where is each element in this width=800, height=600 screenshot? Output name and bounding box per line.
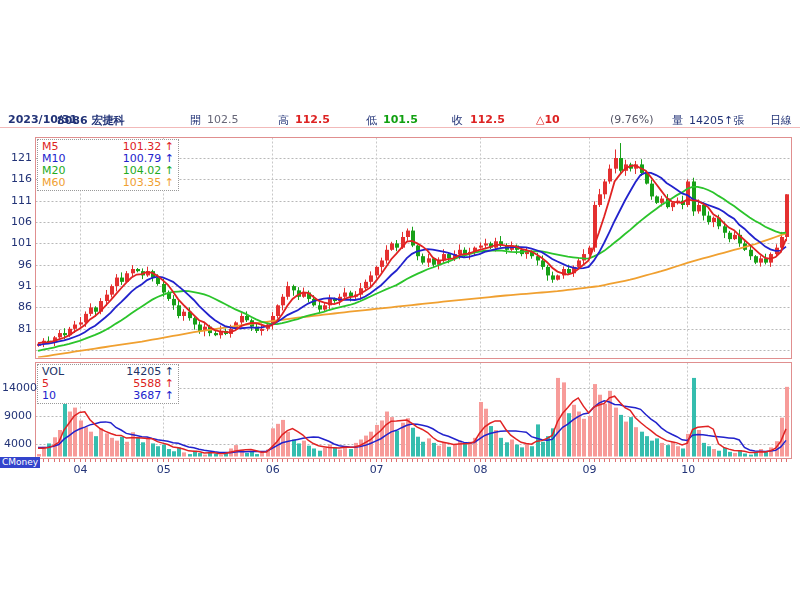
price-axis-tick: 96 <box>2 259 32 271</box>
vol10-legend-row: 103687 ↑ <box>42 390 174 402</box>
price-axis-tick: 111 <box>2 195 32 207</box>
period-selector[interactable]: 日線 <box>770 113 792 128</box>
change-percent: (9.76%) <box>610 113 654 126</box>
change-value: △10 <box>536 113 560 126</box>
low-label: 低 <box>366 113 377 128</box>
volume-axis-tick: 4000 <box>2 438 32 450</box>
open-label: 開 <box>190 113 201 128</box>
stock-id-name: 8086 宏捷科 <box>57 113 124 128</box>
high-label: 高 <box>278 113 289 128</box>
x-axis-month-tick: 07 <box>370 463 384 476</box>
x-axis-month-tick: 04 <box>74 463 88 476</box>
up-arrow-icon: ↑ <box>165 176 174 189</box>
price-axis-tick: 106 <box>2 216 32 228</box>
x-axis-month-tick: 09 <box>583 463 597 476</box>
x-axis-month-tick: 06 <box>266 463 280 476</box>
close-label: 收 <box>452 113 463 128</box>
volume-axis-tick: 14000 <box>2 382 32 394</box>
ma60-legend-row: M60103.35 ↑ <box>42 177 174 189</box>
price-axis-tick: 116 <box>2 173 32 185</box>
price-axis-tick: 81 <box>2 323 32 335</box>
up-arrow-icon: ↑ <box>165 389 174 402</box>
header-divider <box>0 127 800 128</box>
close-value: 112.5 <box>470 113 505 126</box>
x-axis-month-tick: 05 <box>157 463 171 476</box>
volume-label: 量 <box>672 113 683 128</box>
x-axis-month-tick: 10 <box>681 463 695 476</box>
high-value: 112.5 <box>295 113 330 126</box>
volume-axis-tick: 9000 <box>2 410 32 422</box>
x-axis-month-tick: 08 <box>474 463 488 476</box>
price-axis-tick: 101 <box>2 237 32 249</box>
ma-legend: M5101.32 ↑ M10100.79 ↑ M20104.02 ↑ M6010… <box>37 139 179 191</box>
volume-legend: VOL14205 ↑ 55588 ↑ 103687 ↑ <box>37 364 179 404</box>
price-axis-tick: 91 <box>2 280 32 292</box>
cmoney-watermark: CMoney <box>0 457 40 468</box>
open-value: 102.5 <box>207 113 239 126</box>
volume-value: 14205↑張 <box>689 113 744 128</box>
low-value: 101.5 <box>383 113 418 126</box>
stock-chart-window: 2023/10/31 8086 宏捷科 開 102.5 高 112.5 低 10… <box>0 0 800 600</box>
price-axis-tick: 86 <box>2 301 32 313</box>
price-axis-tick: 121 <box>2 152 32 164</box>
